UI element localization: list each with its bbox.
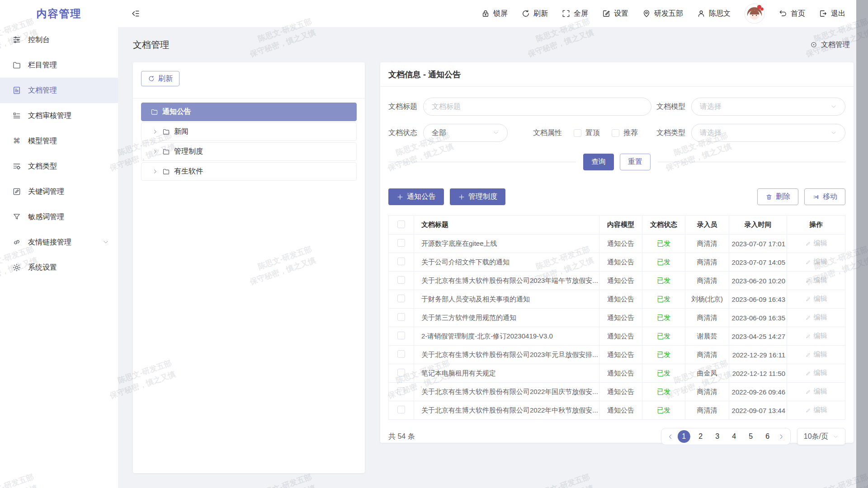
page-number[interactable]: 1 xyxy=(678,430,690,443)
page-number[interactable]: 2 xyxy=(694,430,707,443)
edit-link[interactable]: 编辑 xyxy=(805,313,827,322)
sidebar-item[interactable]: 栏目管理 xyxy=(0,52,118,78)
edit-link[interactable]: 编辑 xyxy=(805,332,827,340)
refresh-icon xyxy=(148,75,155,82)
sidebar-item[interactable]: 系统设置 xyxy=(0,255,118,280)
col-actions: 操作 xyxy=(787,216,845,235)
row-checkbox[interactable] xyxy=(397,369,405,376)
attr-checkbox[interactable]: 推荐 xyxy=(612,128,638,138)
sidebar-item[interactable]: 友情链接管理 xyxy=(0,230,118,255)
row-checkbox[interactable] xyxy=(397,332,405,339)
doc-status-filter-label: 文档状态 xyxy=(388,128,417,138)
refresh-tree-button[interactable]: 刷新 xyxy=(141,71,179,86)
topbar-action[interactable]: 陈思文 xyxy=(697,9,731,19)
doc-title-input[interactable] xyxy=(432,103,643,111)
row-checkbox[interactable] xyxy=(397,276,405,284)
page-number[interactable]: 3 xyxy=(711,430,724,443)
operator-cell: 商清清 xyxy=(685,383,729,401)
doc-type-filter-label: 文档类型 xyxy=(656,128,685,138)
tree-node[interactable]: 新闻 xyxy=(141,122,357,141)
content-model-cell: 通知公告 xyxy=(599,253,642,272)
content-model-cell: 通知公告 xyxy=(599,290,642,309)
page-number[interactable]: 4 xyxy=(728,430,741,443)
edit-link[interactable]: 编辑 xyxy=(805,276,827,285)
add-document-button[interactable]: 管理制度 xyxy=(450,188,505,205)
row-checkbox[interactable] xyxy=(397,258,405,265)
tree-node[interactable]: 管理制度 xyxy=(141,142,357,161)
edit-link[interactable]: 编辑 xyxy=(805,295,827,303)
pencil-icon xyxy=(805,389,811,395)
collapse-sidebar-button[interactable] xyxy=(131,9,141,19)
pagination: 123456 xyxy=(661,428,791,445)
table-row: 关于北京有生博大软件股份有限公司2023年元旦放假安排... 通知公告 已发 商… xyxy=(389,346,845,364)
sidebar-item[interactable]: 文档审核管理 xyxy=(0,103,118,128)
chevron-down-icon xyxy=(103,239,109,245)
doc-status-cell: 已发 xyxy=(642,383,685,401)
operator-cell: 商清清 xyxy=(685,401,729,420)
edit-link[interactable]: 编辑 xyxy=(805,387,827,396)
content-model-cell: 通知公告 xyxy=(599,401,642,420)
content-model-cell: 通知公告 xyxy=(599,364,642,383)
sidebar-item[interactable]: 文档管理 xyxy=(0,78,118,103)
row-checkbox[interactable] xyxy=(397,387,405,395)
topbar-action[interactable]: 设置 xyxy=(602,9,628,19)
prev-page-button[interactable] xyxy=(667,433,674,440)
fullscreen-icon xyxy=(561,9,571,18)
row-checkbox[interactable] xyxy=(397,313,405,321)
topbar-action[interactable]: 退出 xyxy=(819,9,845,19)
location-dot-icon xyxy=(810,41,818,49)
row-checkbox[interactable] xyxy=(397,350,405,358)
document-panel-body: 文档标题 文档模型 请选择 xyxy=(380,87,854,445)
add-document-button[interactable]: 通知公告 xyxy=(388,188,444,205)
delete-button[interactable]: 删除 xyxy=(757,188,798,205)
trash-icon xyxy=(765,193,773,201)
select-all-checkbox[interactable] xyxy=(397,221,405,228)
breadcrumb: 文档管理 xyxy=(810,40,850,50)
page-size-select[interactable]: 10条/页 xyxy=(797,428,845,445)
home-icon xyxy=(778,9,788,18)
edit-link[interactable]: 编辑 xyxy=(805,239,827,248)
sidebar-nav: 控制台 栏目管理 文档管理 文档审核管理 模型管理 文档类型 关键词管理 敏感词… xyxy=(0,27,118,280)
plus-icon xyxy=(458,193,465,201)
search-button[interactable]: 查询 xyxy=(583,154,614,170)
doc-model-select[interactable]: 请选择 xyxy=(691,98,845,116)
scrollbar[interactable] xyxy=(856,0,868,488)
sidebar-item[interactable]: 模型管理 xyxy=(0,128,118,154)
page-number[interactable]: 5 xyxy=(745,430,757,443)
topbar-action[interactable]: 研发五部 xyxy=(642,9,683,19)
sidebar-item[interactable]: 关键词管理 xyxy=(0,179,118,204)
content-model-cell: 通知公告 xyxy=(599,327,642,346)
avatar[interactable] xyxy=(744,3,765,24)
row-checkbox[interactable] xyxy=(397,406,405,413)
app-window: 内容管理 控制台 栏目管理 文档管理 文档审核管理 模型管理 文档类型 关键词管… xyxy=(0,0,856,488)
sidebar-item[interactable]: 控制台 xyxy=(0,27,118,52)
reset-button[interactable]: 重置 xyxy=(620,154,651,170)
col-content-model: 内容模型 xyxy=(599,216,642,235)
attr-checkbox[interactable]: 置顶 xyxy=(574,128,600,138)
edit-link[interactable]: 编辑 xyxy=(805,350,827,359)
edit-link[interactable]: 编辑 xyxy=(805,369,827,377)
doc-status-cell: 已发 xyxy=(642,309,685,327)
doc-status-select[interactable]: 全部 xyxy=(423,124,508,142)
page-number[interactable]: 6 xyxy=(761,430,774,443)
doc-type-select[interactable]: 请选择 xyxy=(691,124,845,142)
row-checkbox[interactable] xyxy=(397,295,405,302)
sidebar-item[interactable]: 文档类型 xyxy=(0,154,118,179)
document-icon xyxy=(12,86,21,95)
edit-link[interactable]: 编辑 xyxy=(805,406,827,414)
topbar-action[interactable]: 全屏 xyxy=(561,9,588,19)
row-checkbox[interactable] xyxy=(397,239,405,247)
topbar-action[interactable]: 锁屏 xyxy=(481,9,508,19)
edit-link[interactable]: 编辑 xyxy=(805,258,827,266)
topbar-action[interactable]: 刷新 xyxy=(521,9,548,19)
move-button[interactable]: 移动 xyxy=(804,188,845,205)
tree-node[interactable]: 通知公告 xyxy=(141,103,357,121)
operator-cell: 商清清 xyxy=(685,235,729,253)
doc-status-cell: 已发 xyxy=(642,346,685,364)
tree-node[interactable]: 有生软件 xyxy=(141,162,357,181)
chevron-down-icon xyxy=(830,103,837,110)
topbar-action[interactable]: 首页 xyxy=(778,9,805,19)
next-page-button[interactable] xyxy=(778,433,785,440)
sidebar: 内容管理 控制台 栏目管理 文档管理 文档审核管理 模型管理 文档类型 关键词管… xyxy=(0,0,118,488)
sidebar-item[interactable]: 敏感词管理 xyxy=(0,204,118,230)
